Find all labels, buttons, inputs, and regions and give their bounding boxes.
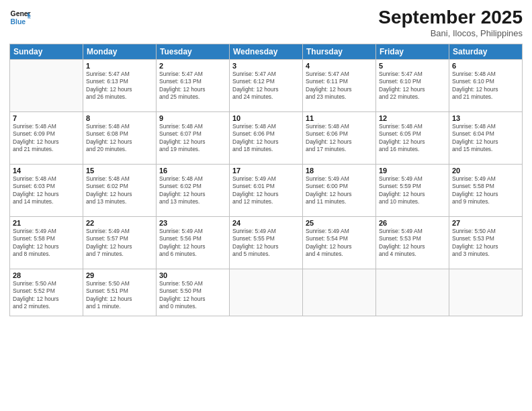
calendar-cell: 1Sunrise: 5:47 AM Sunset: 6:13 PM Daylig… [83, 60, 157, 112]
calendar-cell: 8Sunrise: 5:48 AM Sunset: 6:08 PM Daylig… [83, 112, 157, 165]
location-subtitle: Bani, Ilocos, Philippines [378, 28, 523, 38]
day-info: Sunrise: 5:48 AM Sunset: 6:08 PM Dayligh… [86, 123, 153, 154]
col-thursday: Thursday [303, 44, 376, 60]
col-saturday: Saturday [449, 44, 523, 60]
day-number: 17 [232, 167, 300, 175]
day-number: 10 [232, 114, 300, 122]
day-info: Sunrise: 5:47 AM Sunset: 6:13 PM Dayligh… [159, 71, 226, 101]
day-number: 24 [232, 219, 300, 227]
day-number: 1 [86, 62, 153, 70]
day-number: 7 [13, 114, 80, 122]
calendar-cell: 24Sunrise: 5:49 AM Sunset: 5:55 PM Dayli… [230, 217, 303, 269]
day-number: 3 [232, 62, 300, 70]
day-number: 14 [13, 167, 80, 175]
col-wednesday: Wednesday [230, 44, 303, 60]
calendar-cell: 16Sunrise: 5:48 AM Sunset: 6:02 PM Dayli… [157, 165, 230, 217]
day-number: 26 [379, 219, 446, 227]
day-info: Sunrise: 5:47 AM Sunset: 6:13 PM Dayligh… [86, 71, 153, 101]
day-number: 5 [379, 62, 446, 70]
day-number: 27 [452, 219, 519, 227]
day-info: Sunrise: 5:48 AM Sunset: 6:05 PM Dayligh… [379, 123, 446, 154]
day-number: 19 [379, 167, 446, 175]
day-info: Sunrise: 5:49 AM Sunset: 5:58 PM Dayligh… [452, 175, 519, 206]
calendar-cell: 28Sunrise: 5:50 AM Sunset: 5:52 PM Dayli… [10, 269, 83, 316]
day-number: 21 [13, 219, 80, 227]
day-info: Sunrise: 5:49 AM Sunset: 5:58 PM Dayligh… [13, 228, 80, 259]
day-number: 9 [159, 114, 226, 122]
day-number: 2 [159, 62, 226, 70]
day-info: Sunrise: 5:49 AM Sunset: 5:55 PM Dayligh… [232, 228, 300, 259]
header-row: Sunday Monday Tuesday Wednesday Thursday… [10, 44, 523, 60]
day-number: 4 [306, 62, 373, 70]
calendar-week-1: 1Sunrise: 5:47 AM Sunset: 6:13 PM Daylig… [10, 60, 523, 112]
calendar-cell: 7Sunrise: 5:48 AM Sunset: 6:09 PM Daylig… [10, 112, 83, 165]
day-info: Sunrise: 5:48 AM Sunset: 6:09 PM Dayligh… [13, 123, 80, 154]
calendar-cell: 17Sunrise: 5:49 AM Sunset: 6:01 PM Dayli… [230, 165, 303, 217]
calendar-cell: 15Sunrise: 5:48 AM Sunset: 6:02 PM Dayli… [83, 165, 157, 217]
calendar-cell: 6Sunrise: 5:48 AM Sunset: 6:10 PM Daylig… [449, 60, 523, 112]
header: General Blue September 2025 Bani, Ilocos… [9, 7, 523, 38]
calendar-cell: 21Sunrise: 5:49 AM Sunset: 5:58 PM Dayli… [10, 217, 83, 269]
month-title: September 2025 [378, 7, 523, 28]
col-tuesday: Tuesday [157, 44, 230, 60]
calendar-cell: 12Sunrise: 5:48 AM Sunset: 6:05 PM Dayli… [376, 112, 449, 165]
day-info: Sunrise: 5:48 AM Sunset: 6:02 PM Dayligh… [159, 175, 226, 206]
day-number: 28 [13, 271, 80, 279]
calendar-cell: 2Sunrise: 5:47 AM Sunset: 6:13 PM Daylig… [157, 60, 230, 112]
calendar-week-2: 7Sunrise: 5:48 AM Sunset: 6:09 PM Daylig… [10, 112, 523, 165]
calendar-cell [303, 269, 376, 316]
day-number: 20 [452, 167, 519, 175]
day-number: 22 [86, 219, 153, 227]
day-number: 30 [159, 271, 226, 279]
day-info: Sunrise: 5:49 AM Sunset: 5:53 PM Dayligh… [379, 228, 446, 259]
day-info: Sunrise: 5:49 AM Sunset: 5:59 PM Dayligh… [379, 175, 446, 206]
svg-text:Blue: Blue [11, 18, 26, 26]
calendar-cell [10, 60, 83, 112]
day-info: Sunrise: 5:47 AM Sunset: 6:11 PM Dayligh… [306, 71, 373, 101]
day-number: 18 [306, 167, 373, 175]
day-info: Sunrise: 5:50 AM Sunset: 5:50 PM Dayligh… [159, 280, 226, 311]
day-info: Sunrise: 5:49 AM Sunset: 6:00 PM Dayligh… [306, 175, 373, 206]
day-info: Sunrise: 5:47 AM Sunset: 6:12 PM Dayligh… [232, 71, 300, 101]
page-container: General Blue September 2025 Bani, Ilocos… [0, 0, 532, 411]
calendar-cell [376, 269, 449, 316]
calendar-cell: 30Sunrise: 5:50 AM Sunset: 5:50 PM Dayli… [157, 269, 230, 316]
day-info: Sunrise: 5:50 AM Sunset: 5:52 PM Dayligh… [13, 280, 80, 311]
day-number: 29 [86, 271, 153, 279]
calendar-cell: 18Sunrise: 5:49 AM Sunset: 6:00 PM Dayli… [303, 165, 376, 217]
day-info: Sunrise: 5:48 AM Sunset: 6:06 PM Dayligh… [306, 123, 373, 154]
title-section: September 2025 Bani, Ilocos, Philippines [378, 7, 523, 38]
col-friday: Friday [376, 44, 449, 60]
col-monday: Monday [83, 44, 157, 60]
calendar-cell: 11Sunrise: 5:48 AM Sunset: 6:06 PM Dayli… [303, 112, 376, 165]
day-number: 15 [86, 167, 153, 175]
day-number: 13 [452, 114, 519, 122]
day-info: Sunrise: 5:47 AM Sunset: 6:10 PM Dayligh… [379, 71, 446, 101]
day-number: 23 [159, 219, 226, 227]
day-info: Sunrise: 5:48 AM Sunset: 6:10 PM Dayligh… [452, 71, 519, 101]
calendar-cell [449, 269, 523, 316]
calendar-cell: 13Sunrise: 5:48 AM Sunset: 6:04 PM Dayli… [449, 112, 523, 165]
calendar-cell: 4Sunrise: 5:47 AM Sunset: 6:11 PM Daylig… [303, 60, 376, 112]
calendar-cell: 19Sunrise: 5:49 AM Sunset: 5:59 PM Dayli… [376, 165, 449, 217]
calendar-cell: 23Sunrise: 5:49 AM Sunset: 5:56 PM Dayli… [157, 217, 230, 269]
calendar-week-5: 28Sunrise: 5:50 AM Sunset: 5:52 PM Dayli… [10, 269, 523, 316]
day-info: Sunrise: 5:48 AM Sunset: 6:07 PM Dayligh… [159, 123, 226, 154]
calendar-cell: 9Sunrise: 5:48 AM Sunset: 6:07 PM Daylig… [157, 112, 230, 165]
day-number: 12 [379, 114, 446, 122]
day-info: Sunrise: 5:49 AM Sunset: 5:54 PM Dayligh… [306, 228, 373, 259]
day-number: 16 [159, 167, 226, 175]
calendar-cell: 10Sunrise: 5:48 AM Sunset: 6:06 PM Dayli… [230, 112, 303, 165]
col-sunday: Sunday [10, 44, 83, 60]
calendar-cell: 20Sunrise: 5:49 AM Sunset: 5:58 PM Dayli… [449, 165, 523, 217]
day-info: Sunrise: 5:49 AM Sunset: 6:01 PM Dayligh… [232, 175, 300, 206]
calendar-cell: 5Sunrise: 5:47 AM Sunset: 6:10 PM Daylig… [376, 60, 449, 112]
day-number: 11 [306, 114, 373, 122]
calendar-table: Sunday Monday Tuesday Wednesday Thursday… [9, 44, 523, 316]
calendar-cell: 25Sunrise: 5:49 AM Sunset: 5:54 PM Dayli… [303, 217, 376, 269]
calendar-cell: 29Sunrise: 5:50 AM Sunset: 5:51 PM Dayli… [83, 269, 157, 316]
day-number: 6 [452, 62, 519, 70]
day-info: Sunrise: 5:48 AM Sunset: 6:03 PM Dayligh… [13, 175, 80, 206]
logo: General Blue [9, 7, 31, 28]
calendar-cell [230, 269, 303, 316]
